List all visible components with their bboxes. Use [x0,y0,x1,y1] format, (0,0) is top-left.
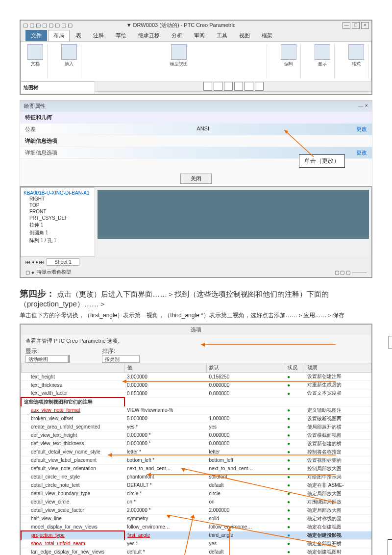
tree-item[interactable]: 倒圆角 1 [24,229,92,237]
table-row[interactable]: create_area_unfold_segmentedyes *yes使局部展… [21,423,371,431]
tab-inherit[interactable]: 继承迁移 [133,30,165,41]
tolerance-label: 公差 [25,126,196,133]
tool-icon[interactable] [203,82,212,91]
tool-icon[interactable] [214,82,222,91]
drawing-properties-panel: 绘图属性— × 特征和几何 公差 ANSI 更改 详细信息选项 详细信息选项 更… [20,100,372,187]
table-row[interactable]: def_view_text_height0.000000 *0.000000设置… [21,431,371,439]
options-dialog: 选项 查看并管理 PTC Creo Parametric 选项。 显示: 活动绘… [20,324,372,555]
tab-table[interactable]: 表 [71,30,87,41]
step4-heading: 第四步： 点击（更改）后进入下面界面……＞找到（这些选项控制视图和他们的注释）下… [20,288,372,309]
quick-toolbar [95,81,371,92]
table-row[interactable]: show_total_unfold_seamyes *yes确定全部展开横 [21,539,371,548]
table-row[interactable]: 这些选项控制视图和它们的注释 [21,398,371,406]
table-row[interactable]: projection_typefirst_anglethird_angle确定创… [21,531,371,539]
show-select[interactable]: 活动绘图 [25,355,68,363]
table-row[interactable]: detail_view_circleon *on对围绕由局部放 [21,498,371,506]
table-row[interactable]: text_height3.0000000.156250设置新创建注释 [21,373,371,381]
tab-view[interactable]: 视图 [234,30,255,41]
sort-select[interactable]: 按类别 [102,355,140,363]
tool-icon[interactable] [245,82,253,91]
tree-item[interactable]: PRT_CSYS_DEF [24,215,92,221]
table-row[interactable]: model_display_for_new_viewsfollow_enviro… [21,523,371,531]
section-header: 详细信息选项 [25,137,57,145]
step4-line2: 单击值下方的字母切换，（first_angle）表示第一视角，（third_an… [20,311,372,320]
tab-sketch[interactable]: 草绘 [110,30,132,41]
ribbon-button[interactable] [61,44,77,60]
creo-main-window: ▢ ▢ ▢ ▢ ▢ ▢ ▢ ▢ ▼ DRW0003 (活动的) - PTC Cr… [20,20,372,95]
tree-item[interactable]: FRONT [24,208,92,215]
tab-file[interactable]: 文件 [25,30,47,41]
minimize-icon[interactable]: — [343,22,350,29]
table-row[interactable]: text_width_factor0.8500000.800000设置文本宽度和 [21,389,371,398]
sheet-tab[interactable]: Sheet 1 [47,258,79,266]
tree-title: 绘图树 [24,84,92,91]
ribbon-button[interactable] [171,44,187,60]
mark-8: 8)保存到启动项中 [389,336,392,349]
dialog-header: 查看并管理 PTC Creo Parametric 选项。 [21,335,371,347]
tree-item[interactable]: 拉伸 1 [24,221,92,229]
change-link-2[interactable]: 更改 [356,149,367,156]
ribbon-button[interactable] [348,44,364,60]
table-row[interactable]: detail_view_scale_factor2.000000 *2.0000… [21,506,371,514]
close-icon[interactable]: × [361,22,369,29]
table-row[interactable]: default_detail_view_name_styleletter *le… [21,448,371,456]
ribbon-button[interactable] [315,44,330,60]
table-row[interactable]: text_thickness0.0000000.000000对重新生成后的 [21,381,371,389]
tab-review[interactable]: 审阅 [189,30,210,41]
table-row[interactable]: detail_circle_note_textDEFAULT *default确… [21,481,371,489]
ribbon-button[interactable] [27,44,43,60]
table-row[interactable]: default_view_label_placementbottom_left … [21,456,371,464]
table-row[interactable]: default_view_note_orientationnext_to_and… [21,464,371,473]
section-header: 特征和几何 [25,114,52,121]
table-row[interactable]: aux_view_note_formatVIEW %viewname-%定义辅助… [21,406,371,414]
ribbon-button[interactable] [281,44,296,60]
tab-frame[interactable]: 框架 [256,30,278,41]
mark-5: 5)修改，此处以上是第一视角 [388,539,392,555]
change-link-1[interactable]: 更改 [356,126,367,133]
callout-click-change: 单击（更改） [299,154,345,168]
tab-annot[interactable]: 注释 [88,30,109,41]
tool-icon[interactable] [224,82,233,91]
tolerance-value: ANSI [196,126,209,133]
tree-root[interactable]: KBA001B-U-XING-DI-BAN-A1 [24,190,92,196]
close-button[interactable]: 关闭 [180,174,212,184]
ribbon-tabs: 文件 布局 表 注释 草绘 继承迁移 分析 审阅 工具 视图 框架 [21,30,371,41]
tree-window: KBA001B-U-XING-DI-BAN-A1 RIGHT TOP FRONT… [20,186,372,278]
model-tree: 绘图树 [21,81,95,94]
options-table: 值默认状况说明 text_height3.0000000.156250设置新创建… [21,363,371,555]
tree-item[interactable]: RIGHT [24,196,92,202]
ribbon-body: 文档 插入 模型视图 编辑 显示 格式 [21,41,371,81]
window-title: ▼ DRW0003 (活动的) - PTC Creo Parametric [126,22,236,29]
tab-tools[interactable]: 工具 [211,30,233,41]
dialog-title: 选项 [21,325,371,335]
table-row[interactable]: half_view_linesymmetrysolid确定对称线的显 [21,514,371,523]
table-row[interactable]: detail_circle_line_stylephantomfontsolid… [21,473,371,481]
table-row[interactable]: tan_edge_display_for_new_viewsdefault *d… [21,548,371,555]
tree-item[interactable]: TOP [24,202,92,208]
tab-layout[interactable]: 布局 [48,30,70,41]
save-icon[interactable] [69,355,70,363]
table-row[interactable]: detail_view_boundary_typecircle *circle确… [21,489,371,498]
tree-item[interactable]: 阵列 1 / 孔 1 [24,237,92,245]
table-row[interactable]: broken_view_offset5.0000001.000000设置破断视图… [21,414,371,423]
maximize-icon[interactable]: □ [352,22,360,29]
title-bar: ▢ ▢ ▢ ▢ ▢ ▢ ▢ ▢ ▼ DRW0003 (活动的) - PTC Cr… [21,21,371,30]
drawing-canvas[interactable] [98,190,369,239]
tab-analysis[interactable]: 分析 [166,30,188,41]
tool-icon[interactable] [255,82,264,91]
tool-icon[interactable] [234,82,243,91]
status-text: 特显示着色模型 [37,269,71,276]
table-row[interactable]: def_view_text_thickness0.000000 *0.00000… [21,439,371,448]
